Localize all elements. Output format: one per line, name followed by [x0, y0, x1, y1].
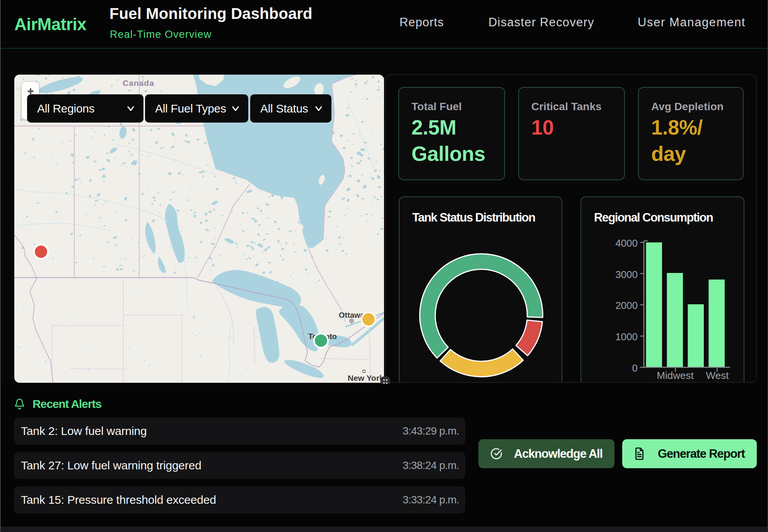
svg-text:Canada: Canada [123, 78, 154, 87]
svg-text:3000: 3000 [615, 269, 638, 280]
svg-text:2000: 2000 [615, 300, 638, 311]
svg-text:Midwest: Midwest [657, 370, 694, 381]
svg-text:0: 0 [632, 362, 638, 374]
svg-text:4000: 4000 [615, 237, 638, 249]
svg-text:1000: 1000 [615, 331, 638, 343]
svg-text:West: West [706, 370, 729, 381]
svg-text:New York: New York [348, 373, 384, 382]
